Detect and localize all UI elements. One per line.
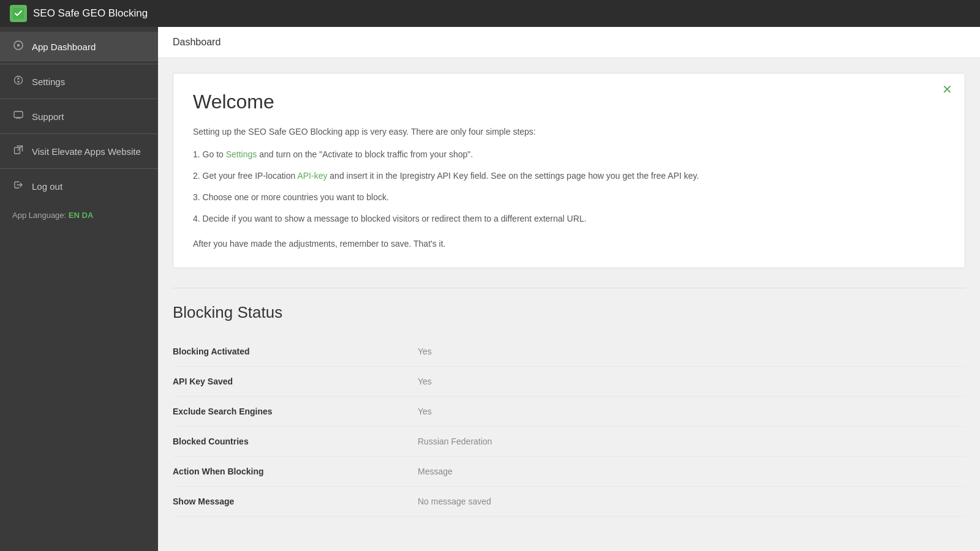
sidebar: App Dashboard Settings Support Visit Ele… — [0, 27, 158, 551]
sidebar-label-settings: Settings — [32, 77, 65, 87]
settings-link[interactable]: Settings — [226, 149, 257, 159]
status-label: Action When Blocking — [173, 457, 418, 487]
lang-en[interactable]: EN — [69, 211, 80, 220]
sidebar-label-app-dashboard: App Dashboard — [32, 42, 96, 52]
blocking-status-section: Blocking Status Blocking ActivatedYesAPI… — [173, 303, 965, 517]
support-icon — [12, 110, 24, 122]
api-key-link[interactable]: API-key — [297, 171, 327, 181]
table-row: Exclude Search EnginesYes — [173, 397, 965, 427]
sidebar-item-logout[interactable]: Log out — [0, 171, 158, 201]
welcome-after-text: After you have made the adjustments, rem… — [193, 238, 945, 250]
status-value: No message saved — [418, 487, 965, 517]
step-4: 4. Decide if you want to show a message … — [193, 212, 945, 225]
status-table: Blocking ActivatedYesAPI Key SavedYesExc… — [173, 337, 965, 517]
step-1: 1. Go to Settings and turn on the "Activ… — [193, 148, 945, 161]
status-value: Yes — [418, 397, 965, 427]
close-button[interactable]: ✕ — [942, 83, 952, 96]
lang-da[interactable]: DA — [82, 211, 94, 220]
topbar: SEO Safe GEO Blocking — [0, 0, 980, 27]
status-value: Russian Federation — [418, 427, 965, 457]
status-value: Message — [418, 457, 965, 487]
welcome-steps: 1. Go to Settings and turn on the "Activ… — [193, 148, 945, 225]
external-link-icon — [12, 145, 24, 157]
table-row: API Key SavedYes — [173, 367, 965, 397]
app-icon — [10, 5, 27, 22]
sidebar-item-app-dashboard[interactable]: App Dashboard — [0, 32, 158, 61]
sidebar-item-visit-website[interactable]: Visit Elevate Apps Website — [0, 137, 158, 166]
step-3: 3. Choose one or more countries you want… — [193, 191, 945, 204]
main-content: Dashboard ✕ Welcome Setting up the SEO S… — [158, 27, 980, 551]
section-divider — [173, 288, 965, 288]
table-row: Blocking ActivatedYes — [173, 337, 965, 367]
status-label: Blocking Activated — [173, 337, 418, 367]
page-title: Dashboard — [173, 37, 965, 48]
step-2: 2. Get your free IP-location API-key and… — [193, 170, 945, 182]
page-header: Dashboard — [158, 27, 980, 58]
status-label: API Key Saved — [173, 367, 418, 397]
table-row: Action When BlockingMessage — [173, 457, 965, 487]
table-row: Blocked CountriesRussian Federation — [173, 427, 965, 457]
logout-icon — [12, 180, 24, 192]
status-label: Exclude Search Engines — [173, 397, 418, 427]
status-value: Yes — [418, 337, 965, 367]
table-row: Show MessageNo message saved — [173, 487, 965, 517]
sidebar-label-support: Support — [32, 111, 64, 122]
sidebar-item-settings[interactable]: Settings — [0, 67, 158, 96]
blocking-status-heading: Blocking Status — [173, 303, 965, 322]
app-title: SEO Safe GEO Blocking — [33, 7, 148, 20]
sidebar-label-visit-website: Visit Elevate Apps Website — [32, 146, 141, 157]
status-label: Show Message — [173, 487, 418, 517]
settings-icon — [12, 75, 24, 88]
svg-rect-3 — [14, 111, 23, 118]
sidebar-item-support[interactable]: Support — [0, 102, 158, 131]
svg-point-2 — [17, 44, 20, 47]
status-label: Blocked Countries — [173, 427, 418, 457]
welcome-heading: Welcome — [193, 91, 945, 113]
dashboard-icon — [12, 40, 24, 53]
sidebar-label-logout: Log out — [32, 181, 62, 192]
status-value: Yes — [418, 367, 965, 397]
welcome-intro: Setting up the SEO Safe GEO Blocking app… — [193, 126, 945, 138]
welcome-card: ✕ Welcome Setting up the SEO Safe GEO Bl… — [173, 73, 965, 268]
language-selector: App Language: EN DA — [0, 201, 158, 230]
